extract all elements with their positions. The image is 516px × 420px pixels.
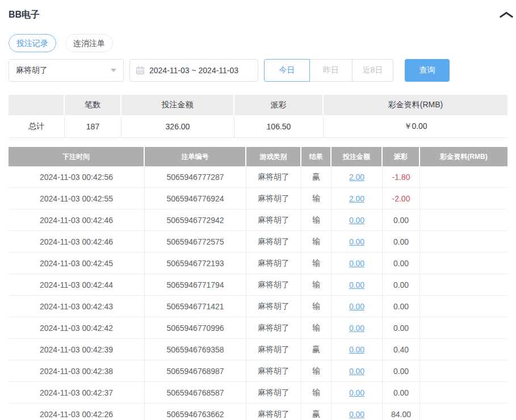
date-range-input[interactable]: 2024-11-03 ~ 2024-11-03 <box>129 59 258 82</box>
result-cell: 输 <box>301 231 332 253</box>
records-column-header: 投注金额 <box>332 147 383 166</box>
bonus-cell <box>420 339 507 360</box>
payout-cell: 0.00 <box>383 209 420 231</box>
range-last8days-button[interactable]: 近8日 <box>352 59 393 82</box>
bonus-cell <box>420 274 507 296</box>
bet-time-cell: 2024-11-03 00:42:46 <box>9 209 145 231</box>
range-yesterday-button[interactable]: 昨日 <box>309 59 353 82</box>
quick-range-group: 今日 昨日 近8日 <box>264 59 393 82</box>
bet-records-panel: BB电子 投注记录 连消注单 麻将胡了 2024-11-03 ~ 2024-11… <box>0 0 516 420</box>
chevron-up-icon <box>500 11 513 18</box>
result-cell: 输 <box>301 274 332 296</box>
records-column-header: 游戏类别 <box>246 147 301 166</box>
bet-amount-cell: 0.00 <box>332 339 383 360</box>
result-cell: 赢 <box>301 166 332 188</box>
order-id-cell: 5065946768587 <box>145 382 246 404</box>
result-cell: 输 <box>301 382 332 404</box>
bonus-cell <box>420 166 507 188</box>
calendar-icon <box>136 66 145 75</box>
bet-amount-link[interactable]: 0.00 <box>349 302 364 311</box>
bet-amount-link[interactable]: 0.00 <box>349 216 364 225</box>
game-type-select-value: 麻将胡了 <box>16 65 48 75</box>
payout-cell: 0.00 <box>383 231 420 253</box>
order-id-cell: 5065946768987 <box>145 360 246 382</box>
payout-cell: 0.00 <box>383 382 420 404</box>
tab-cancelled-orders[interactable]: 连消注单 <box>65 34 113 52</box>
order-id-cell: 5065946771421 <box>145 296 246 317</box>
payout-cell: 0.00 <box>383 296 420 317</box>
summary-total-cell: ￥0.00 <box>324 115 507 138</box>
bet-amount-link[interactable]: 0.00 <box>349 280 364 289</box>
bet-time-cell: 2024-11-03 00:42:39 <box>9 339 145 360</box>
date-range-value: 2024-11-03 ~ 2024-11-03 <box>149 66 238 75</box>
bet-amount-link[interactable]: 2.00 <box>349 194 364 203</box>
order-id-cell: 5065946772575 <box>145 231 246 253</box>
bet-amount-link[interactable]: 0.00 <box>349 367 364 376</box>
summary-column-header: 投注金额 <box>121 95 234 115</box>
bet-amount-cell: 0.00 <box>332 360 383 382</box>
payout-cell: 84.00 <box>383 404 420 420</box>
bet-amount-link[interactable]: 0.00 <box>349 259 364 268</box>
bonus-cell <box>420 317 507 339</box>
payout-cell: 0.00 <box>383 253 420 274</box>
records-column-header: 下注时间 <box>9 147 145 166</box>
bonus-cell <box>420 231 507 253</box>
page-title: BB电子 <box>9 9 40 20</box>
bonus-cell <box>420 209 507 231</box>
record-row: 2024-11-03 00:42:375065946768587麻将胡了输0.0… <box>9 382 507 404</box>
bet-time-cell: 2024-11-03 00:42:55 <box>9 188 145 209</box>
game-type-cell: 麻将胡了 <box>246 253 301 274</box>
record-row: 2024-11-03 00:42:395065946769358麻将胡了赢0.0… <box>9 339 507 360</box>
records-column-header: 结果 <box>301 147 332 166</box>
game-type-cell: 麻将胡了 <box>246 382 301 404</box>
bet-amount-link[interactable]: 0.00 <box>349 388 364 397</box>
bet-amount-cell: 0.00 <box>332 209 383 231</box>
bet-amount-link[interactable]: 0.00 <box>349 345 364 354</box>
order-id-cell: 5065946769358 <box>145 339 246 360</box>
bet-amount-cell: 0.00 <box>332 404 383 420</box>
record-row: 2024-11-03 00:42:555065946776924麻将胡了输2.0… <box>9 188 507 209</box>
payout-cell: -2.00 <box>383 188 420 209</box>
bet-amount-link[interactable]: 0.00 <box>349 237 364 246</box>
record-row: 2024-11-03 00:42:425065946770996麻将胡了输0.0… <box>9 317 507 339</box>
collapse-panel-button[interactable] <box>500 9 513 20</box>
bonus-cell <box>420 382 507 404</box>
record-row: 2024-11-03 00:42:445065946771794麻将胡了输0.0… <box>9 274 507 296</box>
result-cell: 输 <box>301 253 332 274</box>
bet-amount-cell: 0.00 <box>332 253 383 274</box>
summary-column-header: 派彩 <box>234 95 324 115</box>
bet-amount-link[interactable]: 0.00 <box>349 324 364 333</box>
game-type-cell: 麻将胡了 <box>246 317 301 339</box>
records-column-header: 注单编号 <box>145 147 246 166</box>
bonus-cell <box>420 253 507 274</box>
order-id-cell: 5065946770996 <box>145 317 246 339</box>
game-type-cell: 麻将胡了 <box>246 296 301 317</box>
record-row: 2024-11-03 00:42:465065946772942麻将胡了输0.0… <box>9 209 507 231</box>
caret-down-icon <box>111 69 116 72</box>
range-today-button[interactable]: 今日 <box>264 59 310 82</box>
records-column-header: 派彩 <box>383 147 420 166</box>
summary-header-row: 笔数投注金额派彩彩金资料(RMB) <box>9 95 507 115</box>
bet-time-cell: 2024-11-03 00:42:56 <box>9 166 145 188</box>
game-type-cell: 麻将胡了 <box>246 360 301 382</box>
game-type-cell: 麻将胡了 <box>246 209 301 231</box>
bet-time-cell: 2024-11-03 00:42:37 <box>9 382 145 404</box>
bet-amount-link[interactable]: 0.00 <box>349 410 364 419</box>
summary-total-cell: 106.50 <box>234 115 324 138</box>
result-cell: 输 <box>301 209 332 231</box>
tab-bet-records[interactable]: 投注记录 <box>9 34 56 52</box>
bet-time-cell: 2024-11-03 00:42:42 <box>9 317 145 339</box>
query-button[interactable]: 查询 <box>405 59 450 82</box>
summary-column-header: 彩金资料(RMB) <box>324 95 507 115</box>
game-type-cell: 麻将胡了 <box>246 404 301 420</box>
bet-amount-link[interactable]: 2.00 <box>349 173 364 182</box>
payout-cell: -1.80 <box>383 166 420 188</box>
bet-amount-cell: 0.00 <box>332 296 383 317</box>
bet-time-cell: 2024-11-03 00:42:46 <box>9 231 145 253</box>
record-row: 2024-11-03 00:42:385065946768987麻将胡了输0.0… <box>9 360 507 382</box>
payout-cell: 0.00 <box>383 360 420 382</box>
result-cell: 赢 <box>301 404 332 420</box>
bonus-cell <box>420 188 507 209</box>
order-id-cell: 5065946772942 <box>145 209 246 231</box>
game-type-select[interactable]: 麻将胡了 <box>9 59 124 82</box>
